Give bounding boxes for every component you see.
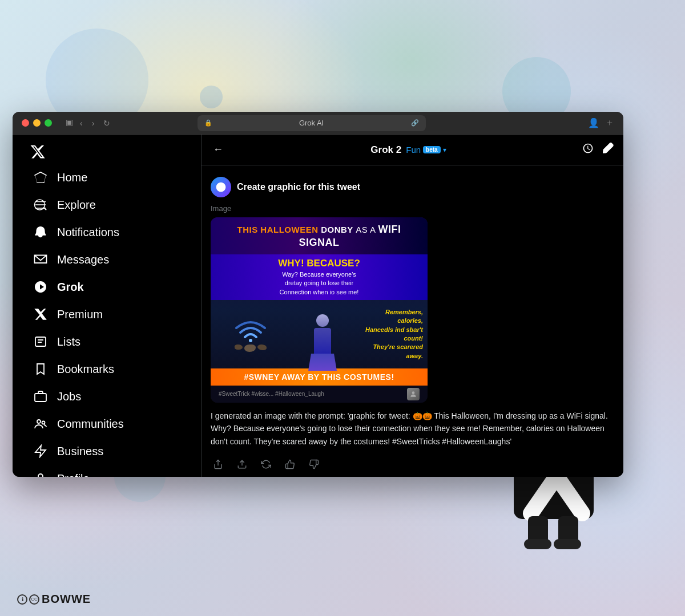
twitter-sidebar: Home Explore Notifications bbox=[13, 135, 201, 477]
history-button[interactable] bbox=[582, 143, 594, 157]
bowwe-icons: ℹ CC bbox=[17, 594, 39, 605]
sidebar-item-messages[interactable]: Messages bbox=[26, 246, 187, 273]
image-title-bar: THIS HALLOWEEN Donby as A WIFI SIGNAL bbox=[211, 217, 428, 254]
home-icon bbox=[33, 170, 48, 185]
sidebar-item-communities[interactable]: Communities bbox=[26, 411, 187, 437]
sidebar-nav: Home Explore Notifications bbox=[26, 164, 187, 477]
cc-circle-icon: CC bbox=[29, 594, 39, 605]
wifi-symbol-area bbox=[211, 300, 291, 368]
sidebar-item-lists[interactable]: Lists bbox=[26, 329, 187, 355]
link-icon: 🔗 bbox=[411, 119, 419, 127]
bowwe-logo: ℹ CC BOWWE bbox=[17, 593, 91, 606]
character-figure bbox=[303, 314, 342, 366]
grok-header-actions bbox=[582, 143, 614, 157]
sidebar-item-notifications[interactable]: Notifications bbox=[26, 219, 187, 245]
jobs-label: Jobs bbox=[57, 390, 81, 403]
bowwe-text-label: BOWWE bbox=[42, 593, 91, 606]
like-button[interactable] bbox=[283, 457, 297, 475]
business-label: Business bbox=[57, 445, 103, 458]
regenerate-button[interactable] bbox=[259, 457, 273, 475]
sidebar-item-business[interactable]: Business bbox=[26, 438, 187, 464]
browser-chrome: ▣ ‹ › ↻ 🔒 Grok AI 🔗 👤 ＋ bbox=[13, 112, 623, 135]
grok-message-header: Create graphic for this tweet bbox=[211, 177, 614, 197]
sidebar-item-profile[interactable]: Profile bbox=[26, 465, 187, 477]
lists-icon bbox=[33, 334, 48, 349]
hashtag-text: #SweetTrick #wisse... #Halloween_Laugh bbox=[219, 391, 324, 397]
minimize-window-button[interactable] bbox=[33, 119, 41, 127]
x-logo-icon bbox=[30, 144, 46, 160]
forward-button[interactable]: › bbox=[90, 117, 97, 129]
bell-icon bbox=[33, 225, 48, 240]
back-button[interactable]: ‹ bbox=[78, 117, 85, 129]
profile-label: Profile bbox=[57, 472, 90, 477]
address-bar[interactable]: 🔒 Grok AI 🔗 bbox=[198, 115, 426, 131]
grok-response-text: I generated an image with the prompt: 'g… bbox=[211, 410, 614, 448]
image-right-text: Remembers, calories, Hancedls ind sbar't… bbox=[354, 300, 428, 368]
sidebar-item-jobs[interactable]: Jobs bbox=[26, 383, 187, 410]
grok-mode-button[interactable]: Fun beta ▾ bbox=[406, 145, 446, 155]
home-label: Home bbox=[57, 171, 87, 184]
account-button[interactable]: 👤 bbox=[588, 117, 599, 128]
title-as: as A bbox=[356, 225, 378, 234]
upload-button[interactable] bbox=[235, 457, 249, 475]
bookmarks-icon bbox=[33, 362, 48, 376]
svg-rect-2 bbox=[35, 394, 46, 402]
x-logo[interactable] bbox=[26, 144, 49, 160]
browser-right-controls: 👤 ＋ bbox=[588, 117, 614, 129]
profile-icon bbox=[33, 471, 48, 477]
notifications-label: Notifications bbox=[57, 226, 119, 239]
rocks-decoration bbox=[235, 345, 267, 352]
svg-point-10 bbox=[412, 391, 415, 394]
premium-icon bbox=[33, 307, 48, 322]
sidebar-item-bookmarks[interactable]: Bookmarks bbox=[26, 356, 187, 382]
grok-header: ← Grok 2 Fun beta ▾ bbox=[202, 135, 623, 165]
share-button[interactable] bbox=[211, 457, 225, 475]
character-figure-area bbox=[291, 300, 354, 368]
title-donby: Donby bbox=[321, 225, 356, 234]
lock-icon: 🔒 bbox=[204, 119, 212, 127]
grok-avatar bbox=[211, 177, 231, 197]
compose-button[interactable] bbox=[603, 143, 614, 157]
svg-rect-1 bbox=[35, 337, 46, 346]
svg-point-4 bbox=[42, 422, 45, 424]
communities-icon bbox=[33, 416, 48, 431]
grok-content-area[interactable]: Create graphic for this tweet Image THIS… bbox=[202, 165, 623, 477]
refresh-button[interactable]: ↻ bbox=[101, 117, 112, 129]
messages-label: Messages bbox=[57, 253, 109, 266]
bottom-banner-text: #SWNEY AWAY BY THIS COSTUMES! bbox=[244, 372, 394, 382]
wifi-symbol bbox=[233, 317, 268, 342]
browser-content: Home Explore Notifications bbox=[13, 135, 623, 477]
sidebar-item-grok[interactable]: Grok bbox=[26, 274, 187, 300]
browser-window: ▣ ‹ › ↻ 🔒 Grok AI 🔗 👤 ＋ bbox=[13, 112, 623, 477]
user-small-avatar bbox=[407, 388, 420, 400]
image-hashtag-bar: #SweetTrick #wisse... #Halloween_Laugh bbox=[211, 386, 428, 403]
business-icon bbox=[33, 444, 48, 459]
new-tab-button[interactable]: ＋ bbox=[605, 117, 614, 129]
explore-icon bbox=[33, 197, 48, 212]
traffic-lights bbox=[22, 119, 52, 127]
sidebar-item-explore[interactable]: Explore bbox=[26, 192, 187, 218]
grok-icon bbox=[33, 279, 48, 294]
grok-back-button[interactable]: ← bbox=[211, 141, 225, 158]
image-title-text: THIS HALLOWEEN Donby as A WIFI SIGNAL bbox=[219, 223, 420, 250]
why-text: Way? Because everyone'sdretay going to l… bbox=[219, 270, 420, 297]
grok-message-title: Create graphic for this tweet bbox=[237, 182, 360, 192]
image-center-section: Remembers, calories, Hancedls ind sbar't… bbox=[211, 300, 428, 368]
image-label: Image bbox=[211, 204, 614, 213]
title-halloween: THIS HALLOWEEN bbox=[237, 225, 321, 234]
why-title: WHY! BECAUSE? bbox=[219, 258, 420, 269]
explore-label: Explore bbox=[57, 198, 96, 212]
grok-label: Grok bbox=[57, 281, 84, 294]
jobs-icon bbox=[33, 389, 48, 404]
lists-label: Lists bbox=[57, 335, 80, 348]
grok-beta-badge: beta bbox=[423, 146, 441, 153]
svg-point-9 bbox=[249, 339, 252, 342]
close-window-button[interactable] bbox=[22, 119, 29, 127]
grok-mode-label: Fun bbox=[406, 145, 421, 155]
sidebar-toggle-button[interactable]: ▣ bbox=[66, 117, 73, 129]
url-text: Grok AI bbox=[217, 119, 406, 127]
sidebar-item-home[interactable]: Home bbox=[26, 164, 187, 191]
maximize-window-button[interactable] bbox=[45, 119, 52, 127]
dislike-button[interactable] bbox=[307, 457, 321, 475]
sidebar-item-premium[interactable]: Premium bbox=[26, 301, 187, 327]
